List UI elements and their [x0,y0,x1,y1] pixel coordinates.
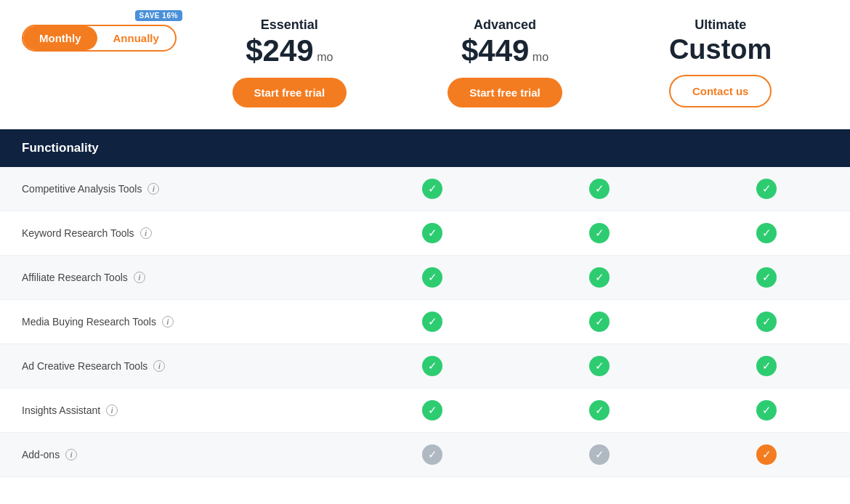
check-advanced: ✓ [589,312,610,332]
feature-name: Affiliate Research Tools i [22,272,349,283]
check-essential: ✓ [422,267,442,288]
annually-toggle-button[interactable]: Annually [97,26,175,50]
check-essential: ✓ [422,356,442,376]
plan-ultimate: Ultimate Custom Contact us [612,17,828,107]
check-ultimate: ✓ [756,223,777,243]
essential-price-row: $249 mo [246,36,333,68]
billing-toggle-area: SAVE 16% Monthly Annually [22,17,182,52]
table-row: Insights Assistant i ✓ ✓ ✓ [0,389,850,433]
check-ultimate: ✓ [756,312,777,332]
check-essential-gray: ✓ [422,444,442,465]
table-row: Keyword Research Tools i ✓ ✓ ✓ [0,211,850,256]
billing-toggle: SAVE 16% Monthly Annually [22,25,177,52]
features-table: Functionality Competitive Analysis Tools… [0,129,850,477]
check-ultimate-blue: ✓ [756,444,777,465]
feature-name: Ad Creative Research Tools i [22,360,349,372]
essential-price: $249 mo [246,36,333,66]
info-icon[interactable]: i [153,360,165,372]
check-advanced: ✓ [589,179,610,199]
advanced-price: $449 mo [461,36,549,66]
info-icon[interactable]: i [147,183,159,195]
advanced-price-row: $449 mo [461,36,549,68]
feature-name: Competitive Analysis Tools i [22,183,349,195]
info-icon[interactable]: i [162,316,174,328]
advanced-plan-name: Advanced [474,17,536,33]
info-icon[interactable]: i [134,272,145,283]
check-ultimate: ✓ [756,267,777,288]
ultimate-cta-button[interactable]: Contact us [669,75,772,107]
ultimate-price: Custom [669,36,772,63]
essential-cta-button[interactable]: Start free trial [232,78,347,107]
check-ultimate: ✓ [756,179,777,199]
table-row: Affiliate Research Tools i ✓ ✓ ✓ [0,256,850,300]
ultimate-price-row: Custom [669,36,772,65]
plans-area: Essential $249 mo Start free trial Advan… [182,17,828,107]
info-icon[interactable]: i [106,405,118,416]
check-ultimate: ✓ [756,400,777,420]
plan-advanced: Advanced $449 mo Start free trial [397,17,613,107]
feature-name: Add-ons i [22,449,349,460]
check-essential: ✓ [422,223,442,243]
table-row: Media Buying Research Tools i ✓ ✓ ✓ [0,300,850,344]
table-row: Ad Creative Research Tools i ✓ ✓ ✓ [0,344,850,389]
check-advanced: ✓ [589,267,610,288]
advanced-cta-button[interactable]: Start free trial [448,78,562,107]
check-advanced: ✓ [589,400,610,420]
check-ultimate: ✓ [756,356,777,376]
info-icon[interactable]: i [140,227,152,239]
check-essential: ✓ [422,400,442,420]
check-advanced-gray: ✓ [589,444,610,465]
check-essential: ✓ [422,312,442,332]
save-badge: SAVE 16% [135,10,182,21]
check-essential: ✓ [422,179,442,199]
essential-plan-name: Essential [261,17,318,33]
feature-name: Media Buying Research Tools i [22,316,349,328]
section-functionality-label: Functionality [0,129,850,167]
check-advanced: ✓ [589,356,610,376]
ultimate-plan-name: Ultimate [695,17,746,33]
monthly-toggle-button[interactable]: Monthly [23,26,97,50]
feature-name: Insights Assistant i [22,405,349,416]
feature-name: Keyword Research Tools i [22,227,349,239]
section-functionality-header: Functionality [0,129,850,167]
table-row: Competitive Analysis Tools i ✓ ✓ ✓ [0,167,850,211]
plan-essential: Essential $249 mo Start free trial [182,17,397,107]
info-icon[interactable]: i [65,449,77,460]
check-advanced: ✓ [589,223,610,243]
table-row: Add-ons i ✓ ✓ ✓ [0,433,850,477]
